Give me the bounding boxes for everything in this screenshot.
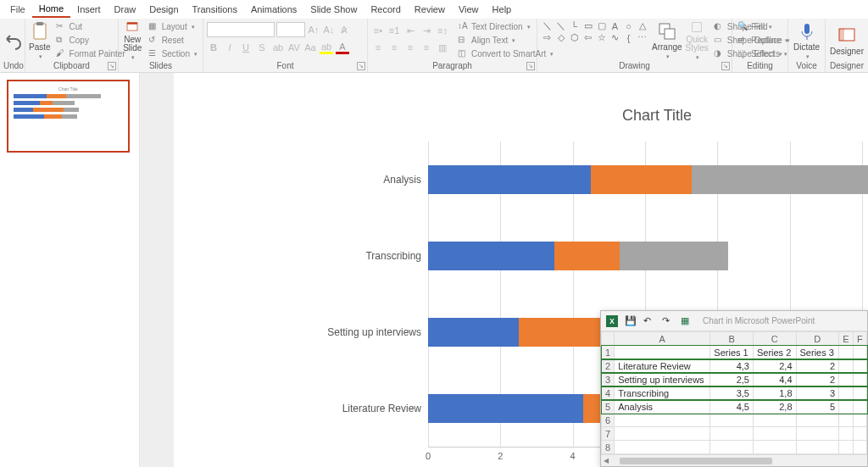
dictate-button[interactable]: Dictate xyxy=(792,20,821,61)
highlight-button[interactable]: ab xyxy=(320,41,333,54)
menu-insert[interactable]: Insert xyxy=(70,2,108,17)
row-header[interactable]: 1 xyxy=(602,346,615,359)
reset-button[interactable]: ↺Reset xyxy=(147,34,199,47)
row-header[interactable]: 2 xyxy=(602,359,615,373)
shape-arrow2-icon[interactable]: ⇦ xyxy=(581,32,594,43)
col-header[interactable]: C xyxy=(753,332,796,346)
font-family-select[interactable] xyxy=(207,22,275,37)
section-button[interactable]: ☰Section xyxy=(147,47,199,60)
font-size-select[interactable] xyxy=(276,22,305,37)
bar-segment-series2[interactable] xyxy=(591,165,692,194)
quick-styles-button[interactable]: Quick Styles xyxy=(686,20,709,61)
menu-animations[interactable]: Animations xyxy=(244,2,303,17)
indent-dec-button[interactable]: ⇤ xyxy=(403,24,417,37)
cell[interactable]: 4,5 xyxy=(710,400,754,414)
menu-view[interactable]: View xyxy=(452,2,486,17)
undo-icon[interactable]: ↶ xyxy=(643,315,655,327)
cell[interactable]: 4,3 xyxy=(710,359,754,373)
paste-button[interactable]: Paste xyxy=(29,20,51,61)
replace-button[interactable]: ⇄Replace xyxy=(736,34,792,47)
arrange-button[interactable]: Arrange xyxy=(652,20,682,61)
bar-segment-series3[interactable] xyxy=(620,242,728,270)
bar-row[interactable]: Transcribing xyxy=(428,242,868,270)
cell[interactable]: 2,8 xyxy=(753,400,796,414)
drawing-launcher[interactable]: ↘ xyxy=(721,62,730,70)
sheet-scrollbar[interactable]: ◀ xyxy=(601,454,867,466)
menu-review[interactable]: Review xyxy=(408,2,452,17)
excel-titlebar[interactable]: X 💾 ↶ ↷ ▦ Chart in Microsoft PowerPoint xyxy=(601,311,867,331)
bar-segment-series2[interactable] xyxy=(554,242,620,270)
columns-button[interactable]: ▥ xyxy=(436,41,449,54)
shape-line-icon[interactable]: ＼ xyxy=(541,20,554,31)
shape-line2-icon[interactable]: ＼ xyxy=(554,20,567,31)
shape-elbow-icon[interactable]: └ xyxy=(568,20,581,31)
col-header[interactable]: B xyxy=(710,332,754,346)
format-painter-button[interactable]: 🖌Format Painter xyxy=(54,47,127,60)
menu-slideshow[interactable]: Slide Show xyxy=(303,2,364,17)
bar-segment-series1[interactable] xyxy=(428,318,519,347)
cut-button[interactable]: ✂Cut xyxy=(54,20,127,33)
bar-segment-series1[interactable] xyxy=(428,394,583,423)
chart-data-window[interactable]: X 💾 ↶ ↷ ▦ Chart in Microsoft PowerPoint … xyxy=(600,310,868,467)
col-header[interactable]: A xyxy=(615,332,710,346)
cell[interactable]: 2,5 xyxy=(710,373,754,386)
find-button[interactable]: 🔍Find xyxy=(736,20,792,33)
cell[interactable]: 2 xyxy=(796,373,839,386)
underline-button[interactable]: U xyxy=(239,41,253,54)
new-slide-button[interactable]: New Slide xyxy=(122,20,143,61)
cell[interactable]: 1,8 xyxy=(753,386,796,400)
case-button[interactable]: Aa xyxy=(303,41,317,54)
cell[interactable]: Analysis xyxy=(615,400,710,414)
shape-star-icon[interactable]: ☆ xyxy=(595,32,608,43)
shape-rect2-icon[interactable]: ▢ xyxy=(595,20,608,31)
spacing-button[interactable]: AV xyxy=(287,41,301,54)
slide-thumbnail-1[interactable]: Chart Title xyxy=(7,80,130,153)
row-header[interactable]: 8 xyxy=(602,441,615,454)
undo-button[interactable] xyxy=(3,20,24,61)
italic-button[interactable]: I xyxy=(223,41,236,54)
cell[interactable]: Series 3 xyxy=(796,346,839,359)
clipboard-launcher[interactable]: ↘ xyxy=(108,62,116,70)
save-icon[interactable]: 💾 xyxy=(625,315,637,327)
menu-file[interactable]: File xyxy=(3,2,32,17)
increase-font-button[interactable]: A↑ xyxy=(307,23,320,36)
shape-tri-icon[interactable]: △ xyxy=(636,20,648,31)
font-color-button[interactable]: A xyxy=(336,41,349,54)
row-header[interactable]: 6 xyxy=(602,414,615,427)
shape-rect-icon[interactable]: ▭ xyxy=(581,20,594,31)
shape-arrow-icon[interactable]: ⇨ xyxy=(541,32,554,43)
row-header[interactable]: 4 xyxy=(602,386,615,400)
row-header[interactable]: 7 xyxy=(602,427,615,441)
cell[interactable]: 2 xyxy=(796,359,839,373)
shapes-gallery[interactable]: ＼＼└▭▢A○△ ⇨◇⬡⇦☆∿{⋯ xyxy=(541,20,648,43)
bullets-button[interactable]: ≡• xyxy=(371,24,385,37)
numbering-button[interactable]: ≡1 xyxy=(387,24,401,37)
indent-inc-button[interactable]: ⇥ xyxy=(420,24,433,37)
cell[interactable]: Series 1 xyxy=(710,346,754,359)
cell[interactable]: Series 2 xyxy=(753,346,796,359)
shape-more-icon[interactable]: ⋯ xyxy=(636,32,648,43)
shape-brace-icon[interactable]: { xyxy=(622,32,635,43)
cell[interactable]: 4,4 xyxy=(753,373,796,386)
redo-icon[interactable]: ↷ xyxy=(662,315,674,327)
menu-design[interactable]: Design xyxy=(142,2,185,17)
bar-row[interactable]: Analysis xyxy=(428,165,868,194)
col-header[interactable]: F xyxy=(853,332,866,346)
strike-button[interactable]: S xyxy=(255,41,269,54)
cell[interactable]: Setting up interviews xyxy=(615,373,710,386)
shape-text-icon[interactable]: A xyxy=(609,20,621,31)
cell[interactable]: 3 xyxy=(796,386,839,400)
cell[interactable]: Transcribing xyxy=(615,386,710,400)
bar-segment-series1[interactable] xyxy=(428,242,554,270)
menu-transitions[interactable]: Transitions xyxy=(186,2,244,17)
col-header[interactable]: D xyxy=(796,332,839,346)
menu-draw[interactable]: Draw xyxy=(108,2,143,17)
shape-hex-icon[interactable]: ⬡ xyxy=(568,32,581,43)
menu-help[interactable]: Help xyxy=(486,2,519,17)
row-header[interactable]: 5 xyxy=(602,400,615,414)
shadow-button[interactable]: ab xyxy=(271,41,285,54)
cell[interactable]: 3,5 xyxy=(710,386,754,400)
align-center-button[interactable]: ≡ xyxy=(387,41,401,54)
cell[interactable]: Literature Review xyxy=(615,359,710,373)
slide-editor[interactable]: Chart Title AnalysisTranscribingSetting … xyxy=(140,73,868,467)
